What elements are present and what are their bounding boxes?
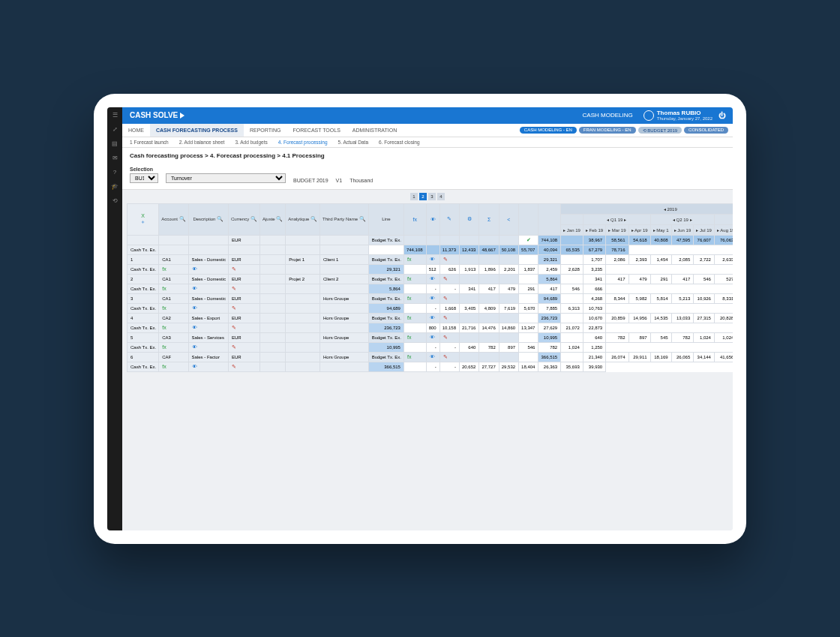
eye-cell[interactable]: 👁 <box>426 254 440 264</box>
expand-icon[interactable]: ⤢ <box>112 126 118 133</box>
value-cell[interactable]: 40,094 <box>538 245 561 254</box>
col-header[interactable]: Description 🔍 <box>188 203 228 235</box>
value-cell[interactable]: 20,828 <box>714 313 733 323</box>
value-cell[interactable]: 29,532 <box>499 362 518 371</box>
value-cell[interactable]: 527 <box>714 274 733 284</box>
edit-cell[interactable]: ✎ <box>440 293 459 303</box>
value-cell[interactable]: 29,911 <box>628 352 650 362</box>
value-cell[interactable]: 35,693 <box>561 362 584 371</box>
icon-col[interactable]: fx <box>404 203 426 235</box>
icon-col[interactable]: < <box>499 203 518 235</box>
value-cell[interactable]: 18,169 <box>650 352 671 362</box>
value-cell[interactable] <box>426 245 440 254</box>
edit-cell[interactable]: ✎ <box>440 352 459 362</box>
value-cell[interactable]: 8,344 <box>606 293 628 303</box>
value-cell[interactable]: 10,158 <box>440 323 459 332</box>
eye-cell[interactable]: 👁 <box>188 303 228 313</box>
fx-cell[interactable]: fx <box>159 303 188 313</box>
fx-cell[interactable]: fx <box>159 284 188 293</box>
value-cell[interactable]: 546 <box>561 284 584 293</box>
value-cell[interactable]: 5,213 <box>671 293 694 303</box>
fx-cell[interactable]: fx <box>159 264 188 274</box>
eye-cell[interactable]: 👁 <box>188 323 228 332</box>
check-cell[interactable] <box>519 313 538 323</box>
value-cell[interactable] <box>561 332 584 342</box>
value-cell[interactable]: 12,433 <box>460 245 479 254</box>
value-cell[interactable] <box>404 323 426 332</box>
value-cell[interactable]: 39,930 <box>583 362 605 371</box>
col-header[interactable]: Currency 🔍 <box>228 203 260 235</box>
eye-cell[interactable]: 👁 <box>188 342 228 352</box>
edit-cell[interactable]: ✎ <box>228 362 260 371</box>
edit-cell[interactable]: ✎ <box>228 284 260 293</box>
fx-cell[interactable]: fx <box>404 274 426 284</box>
col-header[interactable]: Ajuste 🔍 <box>260 203 285 235</box>
value-cell[interactable] <box>561 235 584 245</box>
nav-item[interactable]: ADMINISTRATION <box>346 124 403 137</box>
check-cell[interactable]: ✔ <box>519 235 538 245</box>
eye-cell[interactable]: 👁 <box>426 352 440 362</box>
value-cell[interactable]: 27,629 <box>538 323 561 332</box>
value-cell[interactable]: 1,454 <box>650 254 671 264</box>
value-cell[interactable]: 78,716 <box>606 245 628 254</box>
value-cell[interactable]: 782 <box>479 342 499 352</box>
value-cell[interactable]: 76,607 <box>694 235 715 245</box>
nav-item[interactable]: FORECAST TOOLS <box>286 124 346 137</box>
value-cell[interactable]: 897 <box>628 332 650 342</box>
value-cell[interactable]: 4,809 <box>479 303 499 313</box>
value-cell[interactable]: 54,618 <box>628 235 650 245</box>
value-cell[interactable]: 417 <box>538 284 561 293</box>
col-header[interactable]: Third Party Name 🔍 <box>320 203 369 235</box>
context-pill[interactable]: CONSOLIDATED <box>684 127 728 134</box>
pager-page[interactable]: 3 <box>428 193 436 200</box>
value-cell[interactable]: 1,668 <box>440 303 459 313</box>
eye-cell[interactable]: 👁 <box>426 332 440 342</box>
value-cell[interactable]: - <box>440 342 459 352</box>
icon-col[interactable]: 👁 <box>426 203 440 235</box>
value-cell[interactable]: 18,404 <box>519 362 538 371</box>
value-cell[interactable]: 546 <box>519 342 538 352</box>
value-cell[interactable]: 341 <box>460 284 479 293</box>
fx-cell[interactable]: fx <box>404 313 426 323</box>
value-cell[interactable]: 21,716 <box>460 323 479 332</box>
value-cell[interactable]: 341 <box>583 274 605 284</box>
icon-col[interactable]: Σ <box>479 203 499 235</box>
fx-cell[interactable]: fx <box>159 362 188 371</box>
value-cell[interactable]: 21,340 <box>583 352 605 362</box>
value-cell[interactable] <box>404 284 426 293</box>
check-cell[interactable] <box>519 274 538 284</box>
eye-cell[interactable]: 👁 <box>188 264 228 274</box>
month-header[interactable]: ▸ Jun 19 <box>671 224 694 235</box>
month-header[interactable]: ▸ Apr 19 <box>628 224 650 235</box>
month-header[interactable]: ▸ Mar 19 <box>606 224 628 235</box>
value-cell[interactable]: 41,656 <box>714 352 733 362</box>
value-cell[interactable]: 1,024 <box>561 342 584 352</box>
value-cell[interactable]: 21,072 <box>561 323 584 332</box>
value-cell[interactable] <box>404 264 426 274</box>
value-cell[interactable]: 55,707 <box>519 245 538 254</box>
value-cell[interactable]: 2,628 <box>561 264 584 274</box>
value-cell[interactable]: 2,459 <box>538 264 561 274</box>
value-cell[interactable]: 5,982 <box>628 293 650 303</box>
value-cell[interactable]: - <box>440 362 459 371</box>
nav-item[interactable]: REPORTING <box>244 124 287 137</box>
value-cell[interactable]: 14,535 <box>650 313 671 323</box>
edit-cell[interactable]: ✎ <box>228 303 260 313</box>
value-cell[interactable]: 1,707 <box>583 254 605 264</box>
edit-cell[interactable]: ✎ <box>228 342 260 352</box>
eye-cell[interactable]: 👁 <box>188 284 228 293</box>
value-cell[interactable]: 2,722 <box>694 254 715 264</box>
fx-cell[interactable]: fx <box>159 342 188 352</box>
value-cell[interactable]: 10,670 <box>583 313 605 323</box>
value-cell[interactable]: 58,561 <box>606 235 628 245</box>
user-block[interactable]: Thomas RUBIO Thursday, January 27, 2022 <box>657 110 712 121</box>
subnav-item[interactable]: 3. Add budgets <box>235 140 267 145</box>
value-cell[interactable] <box>561 254 584 264</box>
value-cell[interactable]: 14,860 <box>499 323 518 332</box>
value-cell[interactable]: 7,619 <box>499 303 518 313</box>
bu-select[interactable]: BU1 <box>130 173 158 183</box>
value-cell[interactable]: 48,667 <box>479 245 499 254</box>
value-cell[interactable]: 626 <box>440 264 459 274</box>
value-cell[interactable]: 10,763 <box>583 303 605 313</box>
value-cell[interactable]: - <box>440 284 459 293</box>
